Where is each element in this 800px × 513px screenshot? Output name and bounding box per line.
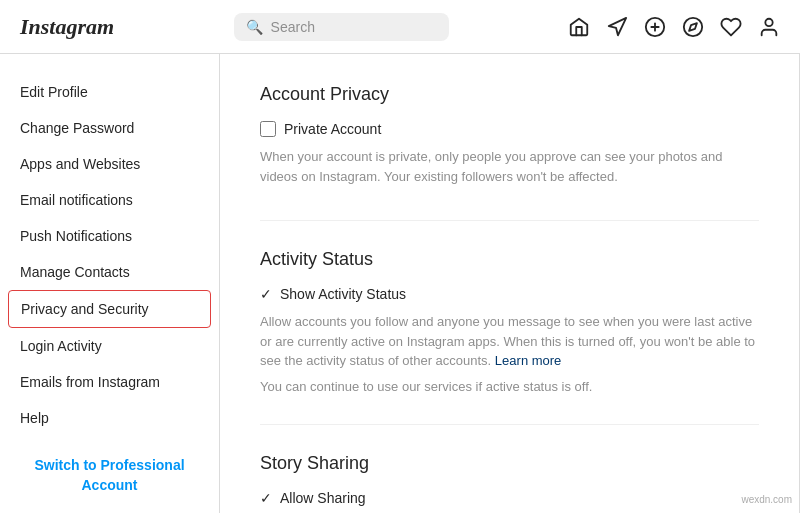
- plus-circle-icon[interactable]: [644, 16, 666, 38]
- user-icon[interactable]: [758, 16, 780, 38]
- sidebar-item-help[interactable]: Help: [0, 400, 219, 436]
- story-sharing-title: Story Sharing: [260, 453, 759, 474]
- sharing-checkmark-icon: ✓: [260, 490, 272, 506]
- allow-sharing-label: Allow Sharing: [280, 490, 366, 506]
- sidebar-item-manage-contacts[interactable]: Manage Contacts: [0, 254, 219, 290]
- activity-checkmark-icon: ✓: [260, 286, 272, 302]
- sidebar-item-privacy-security[interactable]: Privacy and Security: [8, 290, 211, 328]
- sidebar-item-email-notifications[interactable]: Email notifications: [0, 182, 219, 218]
- sidebar-item-push-notifications[interactable]: Push Notifications: [0, 218, 219, 254]
- search-input[interactable]: [271, 19, 437, 35]
- sidebar-item-login-activity[interactable]: Login Activity: [0, 328, 219, 364]
- sidebar-item-emails-instagram[interactable]: Emails from Instagram: [0, 364, 219, 400]
- svg-point-4: [684, 17, 702, 35]
- svg-point-6: [765, 18, 772, 25]
- switch-professional[interactable]: Switch to Professional Account: [0, 444, 219, 507]
- allow-sharing-row: ✓ Allow Sharing: [260, 490, 759, 506]
- page-wrapper: Edit Profile Change Password Apps and We…: [0, 54, 800, 513]
- private-account-label[interactable]: Private Account: [284, 121, 381, 137]
- svg-marker-5: [689, 23, 697, 31]
- section-story-sharing: Story Sharing ✓ Allow Sharing Let people…: [260, 453, 759, 513]
- heart-icon[interactable]: [720, 16, 742, 38]
- logo: Instagram: [20, 14, 114, 40]
- nav-icon[interactable]: [606, 16, 628, 38]
- compass-icon[interactable]: [682, 16, 704, 38]
- activity-status-title: Activity Status: [260, 249, 759, 270]
- show-activity-label: Show Activity Status: [280, 286, 406, 302]
- home-icon[interactable]: [568, 16, 590, 38]
- section-activity-status: Activity Status ✓ Show Activity Status A…: [260, 249, 759, 425]
- header: Instagram 🔍: [0, 0, 800, 54]
- sidebar-item-change-password[interactable]: Change Password: [0, 110, 219, 146]
- watermark: wexdn.com: [741, 494, 792, 505]
- private-account-row: Private Account: [260, 121, 759, 137]
- svg-marker-0: [609, 17, 626, 34]
- activity-status-note: You can continue to use our services if …: [260, 377, 759, 397]
- account-privacy-desc: When your account is private, only peopl…: [260, 147, 759, 186]
- sidebar-item-edit-profile[interactable]: Edit Profile: [0, 74, 219, 110]
- switch-professional-link[interactable]: Switch to Professional Account: [34, 457, 184, 493]
- sidebar-item-apps-websites[interactable]: Apps and Websites: [0, 146, 219, 182]
- section-account-privacy: Account Privacy Private Account When you…: [260, 84, 759, 221]
- account-privacy-title: Account Privacy: [260, 84, 759, 105]
- private-account-checkbox[interactable]: [260, 121, 276, 137]
- search-bar[interactable]: 🔍: [234, 13, 449, 41]
- show-activity-status-row: ✓ Show Activity Status: [260, 286, 759, 302]
- sidebar: Edit Profile Change Password Apps and We…: [0, 54, 220, 513]
- search-icon: 🔍: [246, 19, 263, 35]
- main-content: Account Privacy Private Account When you…: [220, 54, 800, 513]
- learn-more-link[interactable]: Learn more: [495, 353, 561, 368]
- header-icons: [568, 16, 780, 38]
- activity-status-desc: Allow accounts you follow and anyone you…: [260, 312, 759, 371]
